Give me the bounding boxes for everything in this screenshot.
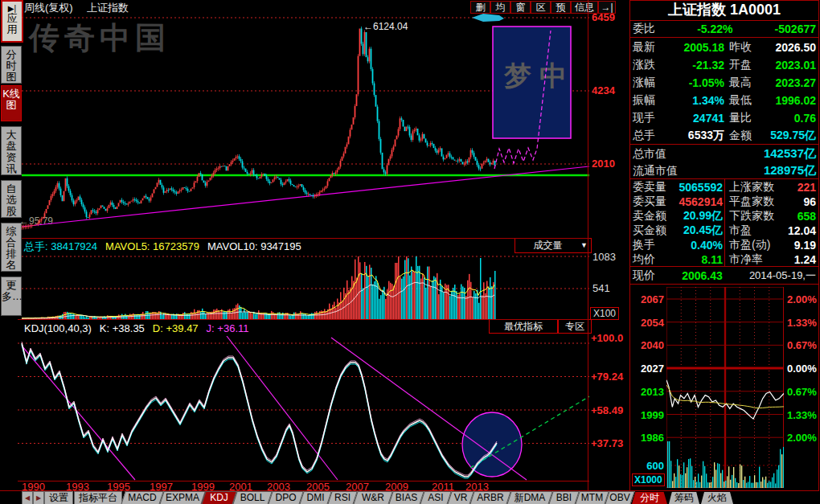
field-value: 96 <box>781 195 816 208</box>
indicator-tab-MACD[interactable]: MACD <box>121 491 164 504</box>
quote-row: 最新2005.18昨收2026.50 <box>630 39 818 56</box>
kdj-header: KDJ(100,40,3)K: +38.35D: +39.47J: +36.11 <box>24 321 257 335</box>
right-tab-火焰[interactable]: 火焰 <box>701 492 733 504</box>
quote-row: 振幅1.34%最低1996.02 <box>630 92 818 109</box>
indicator-tab-BIAS[interactable]: BIAS <box>388 491 424 504</box>
intraday-mini-chart[interactable] <box>666 287 784 488</box>
field-label: 流通市值 <box>633 164 678 178</box>
indicator-tab-DMI[interactable]: DMI <box>299 491 332 504</box>
right-tab-筹码[interactable]: 筹码 <box>669 492 699 504</box>
mini-volume-tick: 600 <box>632 460 664 472</box>
divider <box>630 37 818 38</box>
volume-dropdown-label: 成交量 <box>534 240 563 251</box>
field-value: 20.45亿 <box>674 223 723 238</box>
field-value: 9.19 <box>781 239 816 252</box>
indicator-tab-DPO[interactable]: DPO <box>268 491 304 504</box>
indicator-tab-MTM[interactable]: MTM <box>575 491 609 504</box>
main-candlestick-chart[interactable]: 梦中 <box>22 11 589 238</box>
quote-row: 委卖量5065592上涨家数221 <box>630 180 818 195</box>
indicator-tab-EXPMA[interactable]: EXPMA <box>159 491 206 504</box>
indicator-tab-新DMA[interactable]: 新DMA <box>506 491 553 504</box>
app-window: ▶|应用分时图K线图大盘资讯自选股综合排名更多… 周线(复权) 上证指数 删均窗… <box>0 0 820 504</box>
indicator-tab-KDJ[interactable]: KDJ <box>201 491 237 504</box>
indicator-tab-ASI[interactable]: ASI <box>420 491 452 504</box>
field-label: 量比 <box>729 111 768 125</box>
divider <box>18 319 589 320</box>
field-value: 0.40% <box>674 239 723 252</box>
field-label: 换手 <box>633 238 674 252</box>
price-value: 2006.43 <box>655 269 749 282</box>
toolbar-button-指标平台[interactable]: 指标平台 <box>74 491 122 504</box>
svg-text:梦中: 梦中 <box>503 60 575 91</box>
field-label: 最低 <box>729 93 768 108</box>
toolbar-nav-prev[interactable]: ◀ <box>22 491 33 504</box>
volume-y-tick: 541 <box>592 282 610 294</box>
field-label: 总手 <box>633 129 668 143</box>
volume-chart[interactable] <box>22 253 589 319</box>
field-value: 2023.27 <box>768 76 816 89</box>
sidebar-item-7[interactable]: 更多… <box>1 277 22 316</box>
field-label: 卖金额 <box>633 209 674 223</box>
indicator-tab-ARBR[interactable]: ARBR <box>469 491 511 504</box>
field-label: 金额 <box>729 129 768 143</box>
kdj-y-tick: +58.49 <box>591 404 623 416</box>
mini-price-tick: 2054 <box>632 317 664 329</box>
field-value: 4562914 <box>674 195 723 208</box>
toolbar-button-设置[interactable]: 设置 <box>44 491 73 504</box>
sidebar-item-label: 更多… <box>2 280 21 302</box>
volume-type-dropdown[interactable]: 成交量 ▼ <box>515 238 592 253</box>
field-value: 221 <box>781 181 816 194</box>
mini-pct-tick: 0.67% <box>787 339 817 351</box>
indicator-tab-BBI[interactable]: BBI <box>548 491 580 504</box>
kdj-button-1[interactable]: 最优指标 <box>489 319 558 334</box>
volume-header-item: MAVOL10: 9347195 <box>207 240 301 252</box>
volume-header: 总手: 38417924MAVOL5: 16723579MAVOL10: 934… <box>24 239 310 254</box>
sidebar-item-6[interactable]: 综合排名 <box>1 223 22 272</box>
weibi-label: 委比 <box>633 22 655 36</box>
indicator-tab-OBV[interactable]: OBV <box>605 491 635 504</box>
sidebar-item-3[interactable]: K线图 <box>1 85 22 121</box>
sidebar-item-4[interactable]: 大盘资讯 <box>1 126 22 175</box>
mini-price-tick: 2013 <box>632 386 664 398</box>
divider <box>18 481 589 481</box>
field-value: 6533万 <box>668 129 724 143</box>
field-value: 142537亿 <box>666 146 816 162</box>
sidebar-item-1[interactable]: ▶|应用 <box>1 0 23 43</box>
field-label: 振幅 <box>633 93 668 108</box>
sidebar-item-label: 自选股 <box>2 183 21 217</box>
volume-header-item: MAVOL5: 16723579 <box>105 240 199 252</box>
field-label: 涨幅 <box>633 76 668 90</box>
kdj-header-item: KDJ(100,40,3) <box>24 322 92 334</box>
divider <box>588 0 588 491</box>
sidebar-item-5[interactable]: 自选股 <box>1 180 22 218</box>
divider <box>22 238 589 239</box>
field-label: 涨跌 <box>633 58 668 72</box>
quote-row: 买金额20.45亿市盈12.04 <box>630 223 818 238</box>
indicator-tab-BOLL[interactable]: BOLL <box>232 491 273 504</box>
field-value: -21.32 <box>668 59 724 72</box>
quote-row: 换手0.40%市盈(动)9.19 <box>630 238 818 252</box>
kdj-header-item: J: +36.11 <box>207 322 249 334</box>
kdj-header-item: K: +38.35 <box>100 322 145 334</box>
date-label: 2014-05-19,一 <box>749 268 816 283</box>
main-y-tick: 2010 <box>592 158 615 170</box>
kdj-button-2[interactable]: 专区 <box>558 319 592 334</box>
kdj-indicator-chart[interactable] <box>18 336 589 481</box>
quote-row: 现手24741量比0.76 <box>630 109 818 127</box>
field-value: 1.24 <box>781 253 816 266</box>
sidebar-item-label: 大盘资讯 <box>2 129 21 174</box>
indicator-tab-W&R[interactable]: W&R <box>353 491 393 504</box>
quote-row: 涨幅-1.05%最高2023.27 <box>630 74 818 92</box>
field-label: 总市值 <box>633 147 666 162</box>
right-tab-分时[interactable]: 分时 <box>632 492 667 504</box>
mini-price-tick: 1986 <box>632 432 664 444</box>
price-label: 现价 <box>633 268 655 283</box>
sidebar-item-2[interactable]: 分时图 <box>1 46 22 84</box>
sidebar-item-label: K线图 <box>2 88 21 111</box>
toolbar-nav-next[interactable]: ▶ <box>33 491 44 504</box>
field-label: 最新 <box>633 40 668 55</box>
chevron-down-icon: ▼ <box>580 239 588 252</box>
main-y-tick: 6459 <box>592 11 615 23</box>
field-value: 658 <box>781 210 816 223</box>
field-value: 1.34% <box>668 94 724 107</box>
